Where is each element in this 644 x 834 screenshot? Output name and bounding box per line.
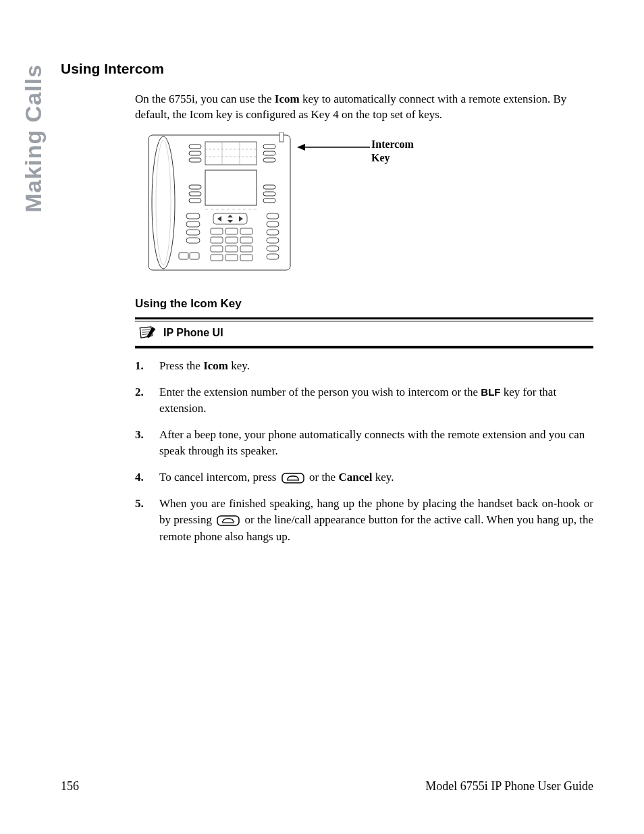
svg-rect-44	[267, 221, 279, 227]
svg-rect-27	[186, 213, 200, 219]
svg-rect-45	[267, 230, 279, 235]
step-1-bold: Icom	[203, 359, 228, 372]
step-1-num: 1.	[135, 358, 150, 375]
svg-point-2	[156, 140, 171, 265]
step-3-num: 3.	[135, 427, 150, 460]
svg-rect-30	[186, 238, 200, 243]
step-4-bold: Cancel	[338, 471, 372, 484]
svg-rect-50	[190, 253, 199, 259]
step-1-text: Press the Icom key.	[159, 358, 593, 375]
svg-rect-48	[267, 254, 279, 259]
svg-rect-16	[189, 192, 201, 196]
goodbye-key-icon	[281, 473, 304, 484]
svg-rect-4	[189, 151, 201, 155]
notepad-pencil-icon	[138, 325, 157, 340]
page-footer: 156 Model 6755i IP Phone User Guide	[61, 779, 593, 793]
step-1-b: key.	[228, 359, 250, 372]
svg-rect-17	[189, 199, 201, 203]
svg-rect-39	[240, 246, 252, 252]
callout-arrow-icon	[297, 139, 371, 155]
svg-rect-28	[186, 221, 200, 227]
footer-page-number: 156	[61, 779, 79, 793]
intro-paragraph: On the 6755i, you can use the Icom key t…	[61, 92, 593, 123]
svg-marker-53	[297, 144, 305, 151]
svg-rect-5	[189, 158, 201, 162]
svg-rect-51	[279, 132, 284, 142]
svg-rect-6	[205, 142, 257, 165]
svg-rect-57	[282, 473, 304, 483]
step-5-num: 5.	[135, 496, 150, 546]
svg-rect-20	[263, 199, 275, 203]
phone-illustration-icon	[135, 132, 297, 274]
step-4-b: or the	[309, 471, 338, 484]
step-3-text: After a beep tone, your phone automatica…	[159, 427, 593, 460]
svg-rect-13	[263, 158, 275, 162]
svg-rect-32	[225, 228, 238, 234]
svg-rect-35	[225, 237, 238, 243]
svg-rect-3	[189, 145, 201, 149]
callout-line-2: Key	[371, 151, 414, 165]
svg-rect-37	[211, 246, 223, 252]
side-tab: Making Calls	[20, 64, 47, 213]
step-2-blf: BLF	[481, 386, 500, 398]
ip-phone-ui-banner: IP Phone UI	[135, 317, 593, 348]
intro-text-1: On the 6755i, you can use the	[135, 93, 275, 105]
step-2-a: Enter the extension number of the person…	[159, 386, 481, 398]
svg-rect-47	[267, 246, 279, 251]
step-4-text: To cancel intercom, press or the Cancel …	[159, 469, 593, 486]
step-2-num: 2.	[135, 384, 150, 417]
step-4-num: 4.	[135, 469, 150, 486]
step-2-text: Enter the extension number of the person…	[159, 384, 593, 417]
callout-line-1: Intercom	[371, 138, 414, 151]
goodbye-key-icon	[217, 515, 240, 526]
footer-title: Model 6755i IP Phone User Guide	[425, 779, 593, 793]
svg-rect-34	[211, 237, 223, 243]
callout-label: Intercom Key	[371, 138, 414, 165]
svg-rect-11	[263, 145, 275, 149]
svg-rect-46	[267, 238, 279, 243]
svg-rect-15	[189, 185, 201, 189]
svg-rect-19	[263, 192, 275, 196]
svg-rect-14	[205, 170, 257, 205]
intro-bold-icom: Icom	[275, 93, 300, 105]
sub-heading: Using the Icom Key	[61, 297, 593, 311]
svg-rect-59	[217, 516, 239, 525]
svg-rect-31	[211, 228, 223, 234]
steps-list: 1. Press the Icom key. 2. Enter the exte…	[135, 358, 593, 546]
section-heading: Using Intercom	[61, 61, 593, 77]
svg-rect-42	[240, 255, 252, 261]
step-4-a: To cancel intercom, press	[159, 471, 279, 484]
svg-rect-29	[186, 230, 200, 235]
step-4-c: key.	[372, 471, 394, 484]
svg-rect-33	[240, 228, 252, 234]
step-5-text: When you are finished speaking, hang up …	[159, 496, 593, 546]
ip-phone-ui-label: IP Phone UI	[163, 327, 223, 339]
svg-rect-43	[267, 213, 279, 219]
svg-rect-49	[179, 253, 188, 259]
step-1-a: Press the	[159, 359, 203, 372]
phone-figure: Intercom Key	[61, 132, 593, 274]
svg-rect-40	[211, 255, 223, 261]
svg-rect-18	[263, 185, 275, 189]
svg-rect-12	[263, 151, 275, 155]
svg-rect-38	[225, 246, 238, 252]
svg-rect-36	[240, 237, 252, 243]
svg-rect-41	[225, 255, 238, 261]
